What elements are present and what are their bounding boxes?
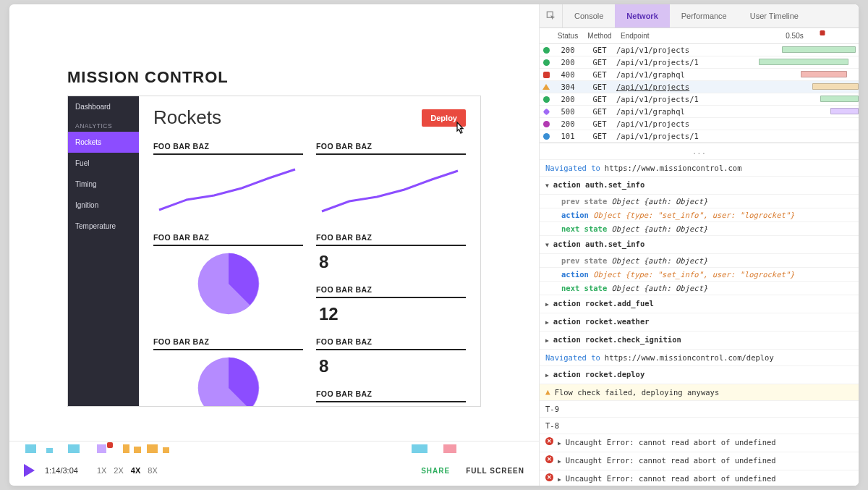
col-method[interactable]: Method	[583, 32, 616, 40]
session-timeline[interactable]	[9, 441, 539, 455]
network-request-row[interactable]: 200GET/api/v1/projects	[540, 44, 859, 56]
network-request-row[interactable]: 200GET/api/v1/projects/1	[540, 56, 859, 69]
disclosure-triangle-icon[interactable]	[558, 437, 561, 449]
disclosure-triangle-icon[interactable]	[558, 455, 561, 467]
play-button[interactable]	[24, 464, 35, 477]
disclosure-triangle-icon[interactable]	[545, 179, 549, 191]
status-code: 500	[553, 107, 583, 116]
log-state-line[interactable]: action Object {type: "set_info", user: "…	[540, 208, 859, 222]
network-request-row[interactable]: 400GET/api/v1/graphql	[540, 69, 859, 81]
http-method: GET	[583, 119, 616, 128]
timeline-event-marker[interactable]	[123, 444, 129, 453]
log-navigation: Navigated to https://www.missioncontrol.…	[540, 350, 859, 366]
endpoint: /api/v1/projects	[616, 119, 731, 128]
sidebar-item[interactable]: Temperature	[68, 216, 139, 237]
log-action[interactable]: action rocket.check_ignition	[540, 331, 859, 350]
widget-title: FOO BAR BAZ	[316, 337, 466, 350]
log-error[interactable]: ✕ Uncaught Error: cannot read abort of u…	[540, 452, 859, 470]
disclosure-triangle-icon[interactable]	[545, 316, 549, 328]
network-request-row[interactable]: 500GET/api/v1/graphql	[540, 106, 859, 118]
timeline-event-marker[interactable]	[25, 444, 36, 453]
network-request-row[interactable]: 200GET/api/v1/projects	[540, 118, 859, 130]
speed-option[interactable]: 8X	[148, 466, 157, 475]
line-chart-widget-1: FOO BAR BAZ	[153, 142, 303, 224]
tab-performance[interactable]: Performance	[670, 4, 739, 28]
tab-network[interactable]: Network	[615, 4, 669, 28]
status-indicator-icon	[543, 72, 550, 78]
log-state-line[interactable]: next state Object {auth: Object}	[540, 222, 859, 236]
http-method: GET	[583, 46, 616, 54]
col-waterfall[interactable]: 0.50s	[731, 32, 859, 40]
app-content: Rockets Deploy FOO BAR BAZ	[139, 96, 480, 406]
widget-title: FOO BAR BAZ	[153, 142, 303, 155]
log-action[interactable]: action rocket.deploy	[540, 366, 859, 384]
col-endpoint[interactable]: Endpoint	[616, 32, 731, 40]
http-method: GET	[583, 70, 616, 79]
element-picker-icon[interactable]	[540, 4, 563, 28]
network-request-row[interactable]: 304GET/api/v1/projects	[540, 81, 859, 93]
log-state-line[interactable]: next state Object {auth: Object}	[540, 282, 859, 295]
sidebar-item[interactable]: Dashboard	[68, 96, 139, 117]
network-table-header: Status Method Endpoint 0.50s	[540, 28, 859, 44]
network-request-row[interactable]: 200GET/api/v1/projects/1	[540, 93, 859, 106]
disclosure-triangle-icon[interactable]	[545, 369, 549, 381]
status-code: 200	[553, 119, 583, 128]
widget-title: FOO BAR BAZ	[316, 233, 466, 246]
log-action[interactable]: action rocket.weather	[540, 313, 859, 331]
timeline-event-marker[interactable]	[46, 444, 53, 453]
col-status[interactable]: Status	[553, 32, 583, 40]
log-error[interactable]: ✕ Uncaught Error: cannot read abort of u…	[540, 434, 859, 452]
log-state-line[interactable]: prev state Object {auth: Object}	[540, 254, 859, 268]
network-request-row[interactable]: 101GET/api/v1/projects/1	[540, 130, 859, 143]
fullscreen-button[interactable]: FULL SCREEN	[466, 467, 524, 475]
tab-user-timeline[interactable]: User Timeline	[739, 4, 810, 28]
error-icon: ✕	[545, 473, 553, 481]
pie-chart-widget-1: FOO BAR BAZ	[153, 233, 303, 329]
speed-option[interactable]: 2X	[114, 466, 123, 475]
disclosure-triangle-icon[interactable]	[545, 334, 549, 346]
timeline-event-marker[interactable]	[147, 444, 158, 453]
playhead-icon[interactable]	[107, 442, 113, 448]
endpoint: /api/v1/projects/1	[616, 95, 731, 104]
timeline-event-marker[interactable]	[68, 444, 80, 453]
sidebar-item[interactable]: Timing	[68, 174, 139, 195]
stat-widget-3: FOO BAR BAZ 8	[316, 337, 466, 381]
warning-icon: ▲	[545, 387, 550, 397]
error-icon: ✕	[545, 437, 553, 445]
speed-selector: 1X2X4X8X	[97, 466, 165, 475]
sidebar-section-label: ANALYTICS	[68, 117, 139, 132]
log-action[interactable]: action auth.set_info	[540, 177, 859, 195]
timeline-event-marker[interactable]	[163, 444, 169, 453]
log-state-line[interactable]: prev state Object {auth: Object}	[540, 195, 859, 208]
time-marker-icon	[820, 30, 825, 35]
disclosure-triangle-icon[interactable]	[558, 473, 561, 485]
disclosure-triangle-icon[interactable]	[545, 239, 549, 250]
waterfall-bar	[812, 83, 859, 90]
status-indicator-icon	[542, 84, 550, 90]
endpoint: /api/v1/projects/1	[616, 58, 731, 67]
disclosure-triangle-icon[interactable]	[545, 298, 549, 310]
timeline-event-marker[interactable]	[412, 444, 427, 453]
log-action[interactable]: action auth.set_info	[540, 236, 859, 254]
log-error[interactable]: ✕ Uncaught Error: cannot read abort of u…	[540, 470, 859, 486]
speed-option[interactable]: 4X	[131, 466, 140, 475]
log-state-line[interactable]: action Object {type: "set_info", user: "…	[540, 268, 859, 282]
http-method: GET	[583, 132, 616, 140]
stat-widget-1: FOO BAR BAZ 8	[316, 233, 466, 276]
http-method: GET	[583, 83, 616, 91]
pie-chart-widget-2: FOO BAR BAZ	[153, 337, 303, 406]
sidebar-item[interactable]: Fuel	[68, 153, 139, 174]
sidebar-item[interactable]: Ignition	[68, 195, 139, 216]
endpoint: /api/v1/projects	[616, 83, 731, 91]
sidebar-item[interactable]: Rockets	[68, 132, 139, 153]
share-button[interactable]: SHARE	[421, 467, 450, 475]
log-action[interactable]: action rocket.add_fuel	[540, 295, 859, 313]
timeline-event-marker[interactable]	[134, 444, 141, 453]
tab-console[interactable]: Console	[563, 4, 615, 28]
timeline-event-marker[interactable]	[443, 444, 456, 453]
deploy-button[interactable]: Deploy	[422, 109, 466, 127]
devtools-tabs: Console Network Performance User Timelin…	[540, 4, 859, 28]
speed-option[interactable]: 1X	[97, 466, 106, 475]
waterfall-bar	[801, 71, 847, 77]
timeline-event-marker[interactable]	[97, 444, 106, 453]
